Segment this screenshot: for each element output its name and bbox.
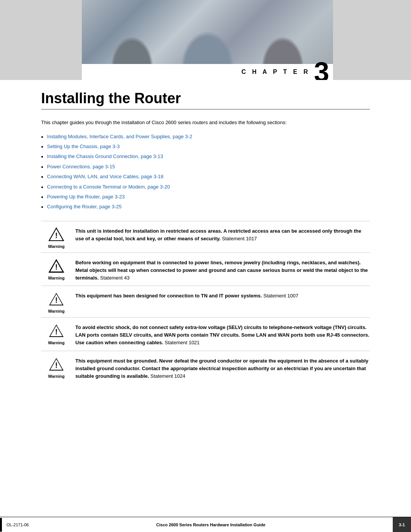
warning-text-1: This unit is intended for installation i… <box>75 227 370 243</box>
warning-text-4: To avoid electric shock, do not connect … <box>75 323 370 347</box>
bullet-icon: • <box>41 163 43 171</box>
warning-statement-2: Statement 43 <box>99 275 129 281</box>
footer-center: Cisco 2600 Series Routers Hardware Insta… <box>29 522 393 527</box>
footer-page-num: 3-1 <box>399 522 405 527</box>
page-wrapper: C H A P T E R 3 Installing the Router Th… <box>0 0 411 532</box>
intro-text: This chapter guides you through the inst… <box>41 119 370 127</box>
svg-text:!: ! <box>55 263 58 271</box>
list-item: • Installing the Chassis Ground Connecti… <box>41 153 370 161</box>
warning-label-2: Warning <box>48 276 65 280</box>
footer-doc-num: OL-2171-06 <box>6 522 29 527</box>
warning-triangle-icon-3: ! <box>48 291 65 307</box>
warning-label-3: Warning <box>48 309 65 313</box>
warning-block-1: ! Warning This unit is intended for inst… <box>41 221 370 252</box>
toc-list: • Installing Modules, Interface Cards, a… <box>41 133 370 212</box>
svg-text:!: ! <box>55 328 58 336</box>
warning-bold-text-1: This unit is intended for installation i… <box>75 228 361 241</box>
chapter-label: C H A P T E R <box>241 69 310 75</box>
list-item: • Connecting WAN, LAN, and Voice Cables,… <box>41 173 370 181</box>
svg-text:!: ! <box>55 231 58 240</box>
list-item: • Setting Up the Chassis, page 3-3 <box>41 143 370 151</box>
warning-statement-1: Statement 1017 <box>221 236 257 241</box>
list-item: • Power Connections, page 3-15 <box>41 163 370 171</box>
list-item: • Connecting to a Console Terminal or Mo… <box>41 183 370 192</box>
title-rule <box>41 109 370 110</box>
footer-right: 3-1 <box>393 517 411 532</box>
warning-bold-text-5: This equipment must be grounded. Never d… <box>75 358 368 379</box>
toc-link-6[interactable]: Connecting to a Console Terminal or Mode… <box>47 183 170 191</box>
toc-link-3[interactable]: Installing the Chassis Ground Connection… <box>47 153 163 160</box>
toc-link-2[interactable]: Setting Up the Chassis, page 3-3 <box>47 143 120 150</box>
footer-bar <box>0 518 2 532</box>
warning-text-3: This equipment has been designed for con… <box>75 291 370 300</box>
chapter-number: 3 <box>314 58 329 80</box>
list-item: • Configuring the Router, page 3-25 <box>41 203 370 211</box>
header-image <box>82 0 333 69</box>
warning-icon-col-2: ! Warning <box>41 258 75 280</box>
warning-icon-col-3: ! Warning <box>41 291 75 313</box>
warning-bold-text-3: This equipment has been designed for con… <box>75 293 262 299</box>
toc-link-8[interactable]: Configuring the Router, page 3-25 <box>47 203 122 211</box>
warning-triangle-icon-4: ! <box>48 323 65 338</box>
svg-text:!: ! <box>55 296 58 304</box>
page-footer: OL-2171-06 Cisco 2600 Series Routers Har… <box>0 517 411 532</box>
toc-link-4[interactable]: Power Connections, page 3-15 <box>47 163 115 171</box>
warning-label-4: Warning <box>48 340 65 345</box>
warning-triangle-icon-5: ! <box>48 356 65 372</box>
main-content: Installing the Router This chapter guide… <box>0 91 411 407</box>
warning-icon-col-1: ! Warning <box>41 227 75 249</box>
bullet-icon: • <box>41 183 43 192</box>
warning-block-2: ! Warning Before working on equipment th… <box>41 252 370 286</box>
warning-bold-text-4: To avoid electric shock, do not connect … <box>75 324 370 345</box>
warning-block-4: ! Warning To avoid electric shock, do no… <box>41 317 370 350</box>
toc-link-7[interactable]: Powering Up the Router, page 3-23 <box>47 193 125 201</box>
warning-label-1: Warning <box>48 244 65 249</box>
toc-link-5[interactable]: Connecting WAN, LAN, and Voice Cables, p… <box>47 173 164 181</box>
bullet-icon: • <box>41 193 43 201</box>
bullet-icon: • <box>41 133 43 141</box>
list-item: • Installing Modules, Interface Cards, a… <box>41 133 370 141</box>
footer-left: OL-2171-06 <box>0 518 29 532</box>
toc-link-1[interactable]: Installing Modules, Interface Cards, and… <box>47 133 193 141</box>
warning-block-3: ! Warning This equipment has been design… <box>41 286 370 317</box>
svg-text:!: ! <box>55 361 58 369</box>
chapter-header: C H A P T E R 3 <box>0 0 411 80</box>
warning-text-5: This equipment must be grounded. Never d… <box>75 356 370 380</box>
warning-label-5: Warning <box>48 374 65 379</box>
chapter-label-bar: C H A P T E R 3 <box>82 64 333 80</box>
warning-statement-5: Statement 1024 <box>149 373 185 379</box>
list-item: • Powering Up the Router, page 3-23 <box>41 193 370 201</box>
warning-triangle-icon-1: ! <box>48 227 65 242</box>
warning-statement-4: Statement 1021 <box>163 340 199 345</box>
warning-icon-col-4: ! Warning <box>41 323 75 345</box>
bullet-icon: • <box>41 173 43 181</box>
warning-text-2: Before working on equipment that is conn… <box>75 258 370 282</box>
bullet-icon: • <box>41 143 43 151</box>
warning-statement-3: Statement 1007 <box>262 293 298 299</box>
bullet-icon: • <box>41 203 43 211</box>
warning-icon-col-5: ! Warning <box>41 356 75 379</box>
page-title: Installing the Router <box>41 91 370 107</box>
warning-block-5: ! Warning This equipment must be grounde… <box>41 351 370 384</box>
warning-triangle-icon-2: ! <box>48 258 65 273</box>
bullet-icon: • <box>41 153 43 161</box>
